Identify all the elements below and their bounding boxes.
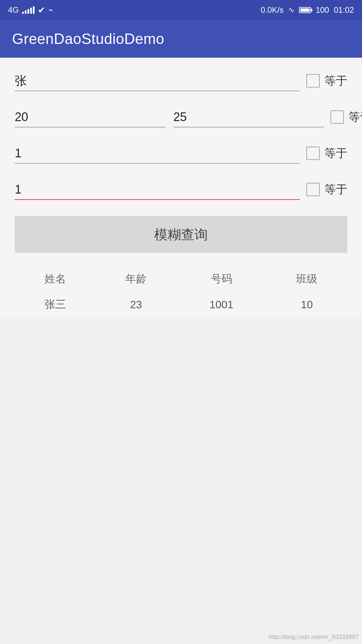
row1-checkbox[interactable] [306,74,320,88]
col-age: 年龄 [96,266,176,292]
col-name: 姓名 [15,266,96,292]
number-input[interactable] [15,144,300,164]
wifi-icon: ∿ [288,6,294,14]
network-speed: 0.0K/s [261,5,284,15]
signal-bars [22,6,35,14]
battery-icon [299,7,311,13]
input-group-4 [15,180,300,200]
col-number: 号码 [176,266,266,292]
time-display: 01:02 [334,5,354,15]
signal-label: 4G [8,5,19,15]
query-button[interactable]: 模糊查询 [15,216,347,253]
watermark: http://blog.csdn.net/mr_93333987 [269,634,359,641]
row3-right: 等于 [306,146,347,164]
age-min-field [15,107,165,127]
row4-right: 等于 [306,182,347,200]
input-group-3 [15,144,300,164]
table-body: 张三 23 1001 10 [15,292,347,317]
row4-label: 等于 [324,182,347,197]
cell-name: 张三 [15,292,96,317]
row2-checkbox[interactable] [330,110,344,124]
row2-right: 等于 [330,109,362,127]
age-max-field [173,107,324,127]
form-row-2: 等于 [15,107,347,127]
row4-checkbox[interactable] [306,183,320,196]
name-field [15,71,300,91]
form-row-1: 等于 [15,71,347,91]
main-content: 等于 等于 等于 [0,58,362,317]
cell-age: 23 [96,292,176,317]
age-min-input[interactable] [15,107,165,127]
input-group-2 [15,107,324,127]
table-row: 张三 23 1001 10 [15,292,347,317]
class-field [15,180,300,200]
row2-label: 等于 [349,109,362,125]
app-bar: GreenDaoStudioDemo [0,20,362,58]
form-row-4: 等于 [15,180,347,200]
cell-number: 1001 [176,292,266,317]
name-input[interactable] [15,71,300,91]
number-field [15,144,300,164]
status-left: 4G ✔ ⌁ [8,5,53,15]
checkmark-icon: ✔ [38,5,45,15]
row3-checkbox[interactable] [306,147,320,160]
result-table: 姓名 年龄 号码 班级 张三 23 1001 10 [15,266,347,317]
battery-fill [300,8,310,12]
table-header-row: 姓名 年龄 号码 班级 [15,266,347,292]
usb-icon: ⌁ [49,6,53,14]
age-max-input[interactable] [173,107,324,127]
row3-label: 等于 [324,146,347,161]
class-input[interactable] [15,180,300,200]
status-bar: 4G ✔ ⌁ 0.0K/s ∿ 100 01:02 [0,0,362,20]
app-title: GreenDaoStudioDemo [12,31,164,47]
input-group-1 [15,71,300,91]
form-row-3: 等于 [15,144,347,164]
row1-label: 等于 [324,73,347,89]
table-header: 姓名 年龄 号码 班级 [15,266,347,292]
row1-right: 等于 [306,73,347,91]
col-class: 班级 [266,266,347,292]
battery-label: 100 [316,5,329,15]
status-right: 0.0K/s ∿ 100 01:02 [261,5,354,15]
cell-class: 10 [266,292,347,317]
